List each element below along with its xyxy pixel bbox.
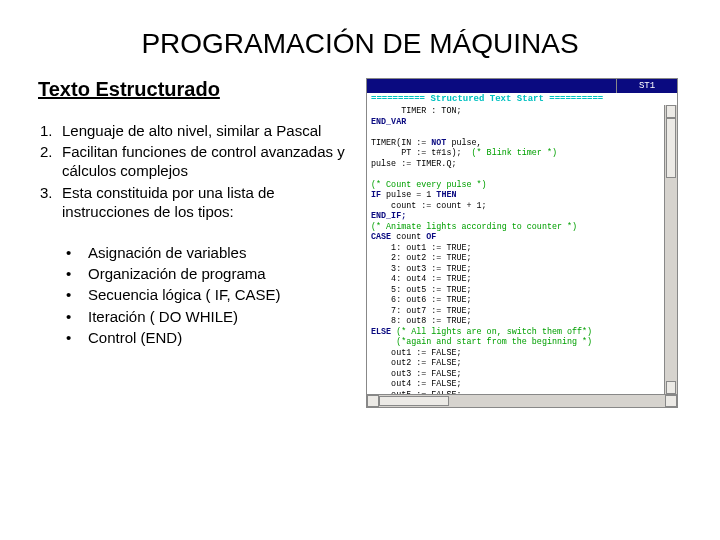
bullet-icon: •: [66, 328, 88, 347]
editor-tab-label: ST1: [617, 79, 677, 93]
scrollbar-thumb[interactable]: [666, 118, 676, 178]
right-column: ST1 ========== Structured Text Start ===…: [366, 78, 682, 408]
scrollbar-thumb[interactable]: [379, 396, 449, 406]
list-text: Control (END): [88, 328, 182, 347]
list-item: •Organización de programa: [66, 264, 358, 283]
list-item: •Iteración ( DO WHILE): [66, 307, 358, 326]
editor-titlebar-left: [367, 79, 617, 93]
list-item: 3.Esta constituida por una lista de inst…: [40, 183, 358, 221]
list-text: Secuencia lógica ( IF, CASE): [88, 285, 281, 304]
bullet-icon: •: [66, 264, 88, 283]
left-column: Texto Estructurado 1.Lenguaje de alto ni…: [38, 78, 358, 408]
list-item: •Control (END): [66, 328, 358, 347]
list-text: Organización de programa: [88, 264, 266, 283]
list-item: 1.Lenguaje de alto nivel, similar a Pasc…: [40, 121, 358, 140]
scrollbar-button-left[interactable]: [367, 395, 379, 407]
list-item: 2.Facilitan funciones de control avanzad…: [40, 142, 358, 180]
bullet-icon: •: [66, 285, 88, 304]
numbered-list: 1.Lenguaje de alto nivel, similar a Pasc…: [38, 121, 358, 221]
content-row: Texto Estructurado 1.Lenguaje de alto ni…: [0, 78, 720, 408]
list-item: •Asignación de variables: [66, 243, 358, 262]
bullet-list: •Asignación de variables •Organización d…: [38, 243, 358, 347]
scrollbar-button-right[interactable]: [665, 395, 677, 407]
code-area: TIMER : TON; END_VAR TIMER(IN := NOT pul…: [367, 105, 664, 394]
bullet-icon: •: [66, 243, 88, 262]
scrollbar-track[interactable]: [379, 395, 665, 407]
list-number: 2.: [40, 142, 62, 180]
list-text: Asignación de variables: [88, 243, 246, 262]
list-text: Esta constituida por una lista de instru…: [62, 183, 358, 221]
subtitle: Texto Estructurado: [38, 78, 358, 101]
list-text: Iteración ( DO WHILE): [88, 307, 238, 326]
code-editor: ST1 ========== Structured Text Start ===…: [366, 78, 678, 408]
editor-titlebar: ST1: [367, 79, 677, 93]
bullet-icon: •: [66, 307, 88, 326]
vertical-scrollbar[interactable]: [664, 105, 677, 394]
list-text: Facilitan funciones de control avanzadas…: [62, 142, 358, 180]
editor-header-rule: ========== Structured Text Start =======…: [367, 93, 677, 105]
list-text: Lenguaje de alto nivel, similar a Pascal: [62, 121, 321, 140]
editor-body: TIMER : TON; END_VAR TIMER(IN := NOT pul…: [367, 105, 677, 394]
list-number: 1.: [40, 121, 62, 140]
list-item: •Secuencia lógica ( IF, CASE): [66, 285, 358, 304]
page-title: PROGRAMACIÓN DE MÁQUINAS: [0, 0, 720, 78]
horizontal-scrollbar[interactable]: [367, 394, 677, 407]
list-number: 3.: [40, 183, 62, 221]
